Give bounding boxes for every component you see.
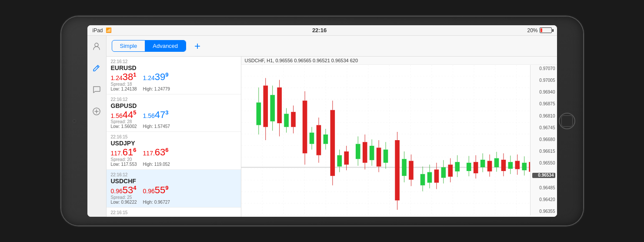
- quote-time: 22:16:12: [111, 172, 237, 177]
- status-time: 22:16: [312, 27, 327, 34]
- quote-row[interactable]: 22:16:15 USDJPY 117.616 Spread: 20 Low: …: [107, 132, 241, 170]
- bid-price: 117.616 Spread: 20 Low: 117.553: [111, 147, 137, 167]
- svg-rect-90: [466, 163, 471, 171]
- svg-rect-60: [383, 150, 388, 163]
- ipad-screen: iPad 📶 22:16 20%: [87, 25, 557, 217]
- svg-rect-87: [455, 162, 460, 171]
- low-label: Low: 117.553: [111, 162, 137, 167]
- quote-prices: 117.616 Spread: 20 Low: 117.553 117.636 …: [111, 147, 237, 167]
- spread-spacer: [143, 119, 144, 124]
- panels: 22:16:12 EURUSD 1.24381 Spread: 18 Low: …: [107, 57, 557, 217]
- quote-row[interactable]: 22:16:12 GBPUSD 1.56445 Spread: 28 Low: …: [107, 94, 241, 132]
- status-left: iPad 📶: [93, 27, 112, 34]
- quote-symbol: USDCHF: [111, 178, 237, 185]
- quote-symbol: USDJPY: [111, 140, 237, 147]
- quote-symbol: GBPUSD: [111, 102, 237, 109]
- ipad-frame: iPad 📶 22:16 20%: [61, 17, 583, 225]
- quote-time: 22:16:15: [111, 210, 237, 215]
- quote-row[interactable]: 22:16:12 USDCHF 0.96534 Spread: 25 Low: …: [107, 170, 241, 208]
- status-right: 20%: [527, 27, 551, 34]
- svg-rect-15: [270, 95, 275, 121]
- sidebar-icon-edit[interactable]: [90, 61, 103, 75]
- wifi-icon: 📶: [106, 27, 112, 33]
- svg-rect-63: [395, 140, 400, 200]
- spread-spacer: [143, 82, 144, 87]
- quote-symbol: AUDUSD: [111, 215, 237, 217]
- home-button[interactable]: [559, 113, 575, 129]
- price-level-2: 0.97005: [532, 78, 555, 83]
- candlestick-chart: [241, 65, 557, 215]
- spread-label: Spread: 18: [111, 82, 132, 87]
- quote-time: 22:16:12: [111, 59, 237, 64]
- svg-rect-21: [284, 114, 289, 127]
- price-level-current: 0.96534: [532, 173, 555, 178]
- battery-fill: [541, 28, 543, 32]
- svg-rect-54: [369, 146, 374, 160]
- svg-rect-33: [316, 125, 321, 155]
- segment-control: Simple Advanced: [112, 40, 187, 52]
- ask-value: 1.56473: [143, 110, 169, 120]
- svg-rect-84: [448, 165, 453, 177]
- svg-rect-111: [515, 161, 520, 169]
- svg-rect-45: [344, 151, 349, 165]
- svg-rect-66: [402, 159, 407, 176]
- toolbar: Simple Advanced +: [107, 36, 557, 57]
- ask-price: 0.96559 High: 0.96727: [143, 185, 170, 205]
- svg-rect-81: [441, 167, 446, 178]
- sidebar-icon-person[interactable]: [90, 39, 103, 53]
- sidebar-icons: [87, 36, 107, 217]
- add-button[interactable]: +: [191, 40, 204, 52]
- spread-spacer: [143, 195, 144, 200]
- quote-row[interactable]: 22:16:15 AUDUSD 0.82220 Spread: 22 Low: …: [107, 208, 241, 217]
- camera-icon: [73, 119, 76, 123]
- svg-rect-99: [487, 161, 492, 171]
- svg-rect-24: [291, 112, 296, 127]
- bid-price: 1.56445 Spread: 28 Low: 1.56002: [111, 110, 137, 129]
- high-label: High: 0.96727: [143, 200, 170, 205]
- price-level-10: 0.96485: [532, 186, 555, 190]
- status-bar: iPad 📶 22:16 20%: [87, 25, 557, 36]
- quote-time: 22:16:15: [111, 134, 237, 139]
- low-label: Low: 1.24138: [111, 87, 137, 91]
- svg-rect-69: [409, 161, 414, 180]
- high-label: High: 1.24779: [143, 87, 170, 91]
- chart-container: 0.97070 0.97005 0.96940 0.96875 0.96810 …: [241, 65, 557, 215]
- bid-value: 1.24381: [111, 72, 137, 82]
- svg-rect-78: [434, 169, 439, 182]
- price-level-8: 0.96615: [532, 149, 555, 154]
- sidebar-icon-chat[interactable]: [90, 83, 103, 97]
- svg-rect-72: [420, 174, 425, 185]
- quotes-panel[interactable]: 22:16:12 EURUSD 1.24381 Spread: 18 Low: …: [107, 57, 241, 217]
- price-level-12: 0.96355: [532, 209, 555, 214]
- spread-label: Spread: 28: [111, 119, 132, 124]
- svg-rect-9: [256, 103, 261, 125]
- home-button-inner: [561, 115, 573, 127]
- svg-rect-114: [522, 163, 527, 170]
- high-label: High: 119.052: [143, 162, 170, 167]
- ask-price: 1.56473 High: 1.57457: [143, 110, 170, 129]
- quote-row[interactable]: 22:16:12 EURUSD 1.24381 Spread: 18 Low: …: [107, 57, 241, 94]
- price-level-4: 0.96875: [532, 102, 555, 106]
- svg-rect-12: [263, 86, 268, 127]
- simple-tab[interactable]: Simple: [112, 40, 145, 51]
- price-level-7: 0.96680: [532, 138, 555, 142]
- quote-symbol: EURUSD: [111, 64, 237, 71]
- svg-rect-48: [355, 144, 360, 159]
- svg-point-0: [95, 43, 98, 47]
- price-level-5: 0.96810: [532, 114, 555, 118]
- bid-price: 1.24381 Spread: 18 Low: 1.24138: [111, 72, 137, 91]
- chart-header: USDCHF, H1, 0.96556 0.96565 0.96521 0.96…: [241, 57, 557, 65]
- ask-price: 117.636 High: 119.052: [143, 147, 170, 167]
- price-level-3: 0.96940: [532, 90, 555, 94]
- ask-value: 1.24399: [143, 72, 169, 82]
- advanced-tab[interactable]: Advanced: [145, 40, 186, 51]
- sidebar-icon-add[interactable]: [90, 104, 103, 118]
- content-area: Simple Advanced + 22:16:12 EURUSD 1.2438…: [107, 36, 557, 217]
- quote-prices: 1.56445 Spread: 28 Low: 1.56002 1.56473 …: [111, 110, 237, 129]
- svg-rect-57: [376, 148, 381, 166]
- quote-prices: 0.96534 Spread: 25 Low: 0.96222 0.96559 …: [111, 185, 237, 205]
- price-level-11: 0.96420: [532, 198, 555, 202]
- svg-rect-108: [508, 162, 513, 169]
- bid-value: 1.56445: [111, 110, 137, 120]
- ask-value: 0.96559: [143, 185, 169, 195]
